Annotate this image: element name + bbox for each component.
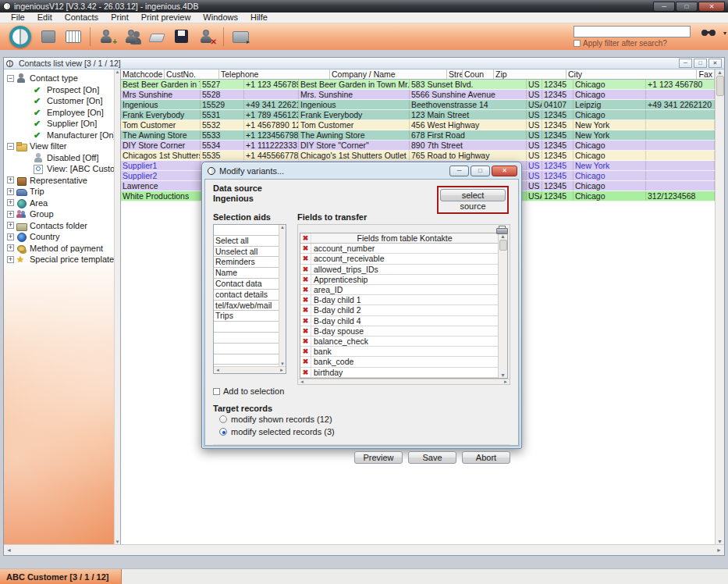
child-close-button[interactable]: ✕ <box>708 59 722 68</box>
remove-contact-icon[interactable]: ✕ <box>196 27 218 46</box>
field-row[interactable]: ✖ bank_code <box>300 357 498 367</box>
x-icon[interactable]: ✖ <box>300 285 311 294</box>
binoculars-icon[interactable] <box>701 28 717 37</box>
field-row[interactable]: ✖ area_ID <box>300 285 498 295</box>
selection-aids-vscrollbar[interactable]: ▲▼ <box>279 225 286 366</box>
column-header[interactable]: Coun <box>463 69 494 79</box>
table-row[interactable]: Frank Everybody 5531 +1 789 4561230 Fran… <box>121 110 715 120</box>
selection-aid-item[interactable] <box>214 225 279 236</box>
tree-item[interactable]: Area <box>7 198 114 209</box>
menu-item[interactable]: Print <box>105 12 135 23</box>
expander-icon[interactable] <box>7 199 14 206</box>
field-row[interactable]: ✖ B-day child 1 <box>300 295 498 305</box>
menu-item[interactable]: Windows <box>197 12 244 23</box>
save-icon[interactable] <box>171 27 193 46</box>
selection-aid-item[interactable] <box>214 322 279 333</box>
column-header[interactable]: CustNo. <box>165 69 219 79</box>
child-maximize-button[interactable]: □ <box>694 59 707 68</box>
field-row[interactable]: ✖ balance_check <box>300 337 498 347</box>
x-icon[interactable]: ✖ <box>300 326 311 336</box>
selection-aid-item[interactable] <box>214 354 279 365</box>
scrollbar-thumb[interactable] <box>716 76 724 96</box>
table-row[interactable]: Chicagos 1st Shutters Outlet 5535 +1 445… <box>121 151 715 161</box>
tree-item[interactable]: View filter <box>7 141 114 152</box>
child-minimize-button[interactable]: ─ <box>679 59 692 68</box>
tree-item[interactable]: Manufacturer [On] <box>7 130 114 141</box>
expander-icon[interactable] <box>7 176 14 183</box>
expander-icon[interactable] <box>7 143 14 150</box>
ingenious-logo-icon[interactable] <box>5 24 36 49</box>
tree-item[interactable]: Prospect [On] <box>7 84 114 96</box>
fields-vscrollbar[interactable]: ▲ ▼ <box>498 233 507 377</box>
tree-item[interactable]: Disabled [Off] <box>7 152 114 164</box>
tree-item[interactable]: Customer [On] <box>7 95 114 107</box>
tree-item[interactable]: View: [ABC Customer] <box>7 163 114 175</box>
field-row[interactable]: ✖ birthday <box>300 368 498 378</box>
modify-selected-radio[interactable] <box>219 428 227 436</box>
selection-aid-item[interactable] <box>214 333 279 344</box>
tree-item[interactable]: Special price templates <box>7 254 114 265</box>
menu-item[interactable]: Contacts <box>59 12 105 23</box>
expander-icon[interactable] <box>7 188 14 195</box>
field-row[interactable]: ✖ B-day child 4 <box>300 316 498 326</box>
selection-aid-item[interactable]: Unselect all <box>214 247 279 258</box>
x-icon[interactable]: ✖ <box>300 244 311 253</box>
x-icon[interactable]: ✖ <box>300 295 311 304</box>
grid-icon[interactable] <box>37 27 59 46</box>
column-header[interactable]: Telephone <box>219 69 330 79</box>
menu-item[interactable]: File <box>5 12 31 23</box>
tree-item[interactable]: Method of payment <box>7 243 114 255</box>
printer-icon[interactable] <box>496 226 506 233</box>
table-vertical-scrollbar[interactable]: ▲ ▼ <box>715 69 724 544</box>
field-row[interactable]: ✖ B-day child 2 <box>300 305 498 315</box>
fields-hscrollbar[interactable]: ◄► <box>298 379 510 384</box>
selection-aid-item[interactable]: tel/fax/web/mail <box>214 301 279 312</box>
tree-item[interactable]: Group <box>7 208 114 220</box>
sidebar-scrollbar[interactable]: ▲▼ <box>114 69 120 544</box>
scrollbar-thumb[interactable] <box>499 240 507 251</box>
tree-item[interactable]: Country <box>7 231 114 243</box>
expander-icon[interactable] <box>7 222 14 229</box>
tree-item[interactable]: Contacts folder <box>7 220 114 232</box>
column-header[interactable]: Fax <box>697 69 715 79</box>
selection-aids-hscrollbar[interactable]: ◄► <box>214 366 286 373</box>
x-icon[interactable]: ✖ <box>300 275 311 284</box>
tree-item[interactable]: Supplier [On] <box>7 118 114 130</box>
abort-button[interactable]: Abort <box>462 451 510 464</box>
x-icon[interactable]: ✖ <box>300 305 311 315</box>
column-header[interactable]: City <box>566 69 697 79</box>
column-header[interactable]: Zip <box>494 69 566 79</box>
x-icon[interactable]: ✖ <box>300 316 311 326</box>
close-button[interactable]: ✕ <box>698 2 725 12</box>
selection-aid-item[interactable]: Reminders <box>214 257 279 268</box>
tree-item[interactable]: Representative <box>7 175 114 187</box>
table-row[interactable]: Tom Customer 5532 +1 4567890 123 Tom Cus… <box>121 120 715 130</box>
screen-icon[interactable] <box>229 27 251 46</box>
x-icon[interactable]: ✖ <box>300 357 311 366</box>
dialog-minimize-button[interactable]: ─ <box>449 166 469 176</box>
x-icon[interactable]: ✖ <box>300 233 311 243</box>
field-row[interactable]: ✖ account_receivable <box>300 254 498 264</box>
x-icon[interactable]: ✖ <box>300 265 311 274</box>
table-row[interactable]: Best Beer Garden in TownM 5527 +1 123 45… <box>121 80 715 90</box>
menu-item[interactable]: Edit <box>31 12 59 23</box>
field-row[interactable]: ✖ allowed_trips_IDs <box>300 265 498 275</box>
dialog-close-button[interactable]: ✕ <box>492 166 517 176</box>
tree-item[interactable]: Trip <box>7 186 114 198</box>
menu-item[interactable]: Print preview <box>135 12 197 23</box>
table-row[interactable]: Ingenious 15529 +49 341 226210 Ingenious… <box>121 100 715 110</box>
x-icon[interactable]: ✖ <box>300 368 311 377</box>
add-to-selection-checkbox[interactable] <box>213 388 220 395</box>
table-row[interactable]: Mrs Sunshine 5528 Mrs. Sunshine 5566 Sun… <box>121 90 715 100</box>
minimize-button[interactable]: ─ <box>653 2 675 12</box>
dialog-maximize-button[interactable]: □ <box>471 166 490 176</box>
x-icon[interactable]: ✖ <box>300 337 311 346</box>
selection-aid-item[interactable]: Select all <box>214 236 279 247</box>
table-row[interactable]: DIY Store Corner 5534 +1 111222333 DIY S… <box>121 141 715 151</box>
x-icon[interactable]: ✖ <box>300 254 311 263</box>
expander-icon[interactable] <box>7 256 14 263</box>
save-button[interactable]: Save <box>408 451 456 464</box>
calendar-icon[interactable] <box>62 27 84 46</box>
search-input[interactable] <box>574 26 691 37</box>
column-header[interactable]: Street <box>447 69 463 79</box>
